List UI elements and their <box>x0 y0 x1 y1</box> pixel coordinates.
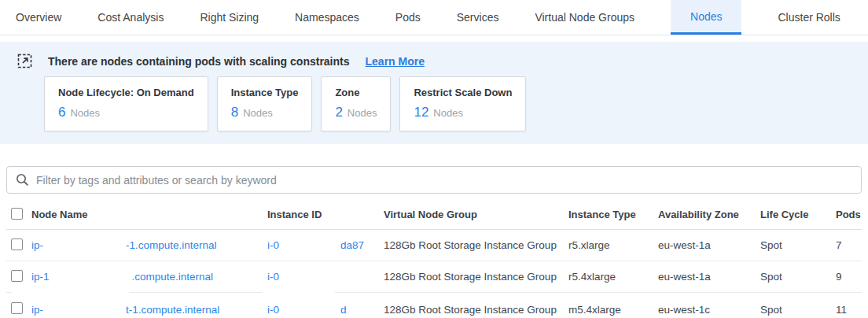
instance-type-value: r5.4xlarge <box>568 271 658 283</box>
col-instance-type: Instance Type <box>568 209 658 220</box>
col-availability-zone: Availability Zone <box>658 209 760 220</box>
availability-zone-value: eu-west-1c <box>658 304 760 316</box>
instance-id-link[interactable]: da87 <box>340 239 364 251</box>
select-all-checkbox[interactable] <box>11 208 23 220</box>
scale-up-icon <box>17 54 32 68</box>
node-name-link[interactable]: t-1.compute.internal <box>126 304 219 316</box>
col-virtual-node-group: Virtual Node Group <box>384 209 568 220</box>
life-cycle-value: Spot <box>760 304 836 316</box>
node-name-link[interactable]: ip-1 <box>31 271 50 283</box>
banner-message: There are nodes containing pods with sca… <box>48 55 350 68</box>
tab-bar: Overview Cost Analysis Right Sizing Name… <box>0 0 868 35</box>
node-name-link[interactable]: ip- <box>31 239 43 251</box>
card-zone[interactable]: Zone 2Nodes <box>321 76 391 131</box>
nodes-content: Node Name Instance ID Virtual Node Group… <box>0 166 868 318</box>
tab-namespaces[interactable]: Namespaces <box>295 0 359 35</box>
node-name-link[interactable]: .compute.internal <box>132 271 214 283</box>
tab-pods[interactable]: Pods <box>395 0 421 35</box>
instance-id-link[interactable]: i-0 <box>267 304 279 316</box>
card-title: Restrict Scale Down <box>414 87 512 98</box>
banner-message-row: There are nodes containing pods with sca… <box>0 49 868 76</box>
life-cycle-value: Spot <box>760 239 836 251</box>
tab-cost-analysis[interactable]: Cost Analysis <box>97 0 164 35</box>
instance-type-value: m5.4xlarge <box>568 304 658 316</box>
card-title: Instance Type <box>231 87 299 98</box>
life-cycle-value: Spot <box>760 271 836 283</box>
redacted-segment <box>279 304 340 315</box>
col-pods: Pods <box>836 209 862 220</box>
learn-more-link[interactable]: Learn More <box>366 55 425 68</box>
card-value: 2 <box>335 105 342 120</box>
constraint-cards: Node Lifecycle: On Demand 6Nodes Instanc… <box>44 76 868 131</box>
card-title: Zone <box>335 87 377 98</box>
nodes-table: Node Name Instance ID Virtual Node Group… <box>6 200 862 318</box>
virtual-node-group-value: 128Gb Root Storage Instance Group <box>384 271 568 283</box>
card-value: 6 <box>58 105 65 120</box>
col-node-name: Node Name <box>31 209 267 220</box>
redacted-segment <box>279 272 340 283</box>
row-checkbox[interactable] <box>11 270 23 282</box>
card-node-lifecycle[interactable]: Node Lifecycle: On Demand 6Nodes <box>44 76 208 131</box>
redacted-segment <box>43 240 126 251</box>
availability-zone-value: eu-west-1a <box>658 239 760 251</box>
col-instance-id: Instance ID <box>267 209 384 220</box>
card-value: 12 <box>414 105 428 120</box>
scaling-constraints-banner: There are nodes containing pods with sca… <box>0 42 868 144</box>
pods-count: 7 <box>836 239 862 251</box>
search-icon <box>16 173 29 187</box>
card-unit: Nodes <box>433 107 463 119</box>
redaction-border-patch <box>262 291 335 294</box>
table-row: ip-1 .compute.internal i-0 128Gb Root St… <box>6 261 862 293</box>
availability-zone-value: eu-west-1a <box>658 271 760 283</box>
row-checkbox[interactable] <box>11 302 23 314</box>
table-row: ip- -1.compute.internal i-0 da87 128Gb R… <box>6 230 862 261</box>
tab-cluster-rolls[interactable]: Cluster Rolls <box>778 0 840 35</box>
table-row: ip- t-1.compute.internal i-0 d 128Gb Roo… <box>6 293 862 318</box>
card-value: 8 <box>231 105 238 120</box>
filter-search-bar <box>6 166 862 194</box>
row-checkbox[interactable] <box>11 238 23 250</box>
tab-overview[interactable]: Overview <box>16 0 61 35</box>
redacted-segment <box>279 240 340 251</box>
search-input[interactable] <box>36 174 852 187</box>
card-restrict-scale-down[interactable]: Restrict Scale Down 12Nodes <box>399 76 526 131</box>
tab-services[interactable]: Services <box>457 0 499 35</box>
virtual-node-group-value: 128Gb Root Storage Instance Group <box>384 239 568 251</box>
tab-nodes[interactable]: Nodes <box>671 0 741 35</box>
node-name-link[interactable]: -1.compute.internal <box>126 239 217 251</box>
col-life-cycle: Life Cycle <box>760 209 836 220</box>
tab-right-sizing[interactable]: Right Sizing <box>200 0 259 35</box>
table-header-row: Node Name Instance ID Virtual Node Group… <box>6 200 862 230</box>
instance-id-link[interactable]: i-0 <box>267 271 279 283</box>
card-unit: Nodes <box>70 107 100 119</box>
virtual-node-group-value: 128Gb Root Storage Instance Group <box>384 304 568 316</box>
card-unit: Nodes <box>348 107 377 119</box>
instance-type-value: r5.xlarge <box>568 239 658 251</box>
pods-count: 9 <box>836 271 862 283</box>
redaction-border-patch <box>12 291 129 294</box>
instance-id-link[interactable]: i-0 <box>267 239 279 251</box>
instance-id-link[interactable]: d <box>340 304 347 316</box>
node-name-link[interactable]: ip- <box>31 304 43 316</box>
card-title: Node Lifecycle: On Demand <box>58 87 194 98</box>
redacted-segment <box>43 304 126 315</box>
pods-count: 11 <box>836 304 862 316</box>
card-unit: Nodes <box>243 107 273 119</box>
redacted-segment <box>50 272 132 283</box>
tab-virtual-node-groups[interactable]: Virtual Node Groups <box>535 0 634 35</box>
card-instance-type[interactable]: Instance Type 8Nodes <box>217 76 313 131</box>
